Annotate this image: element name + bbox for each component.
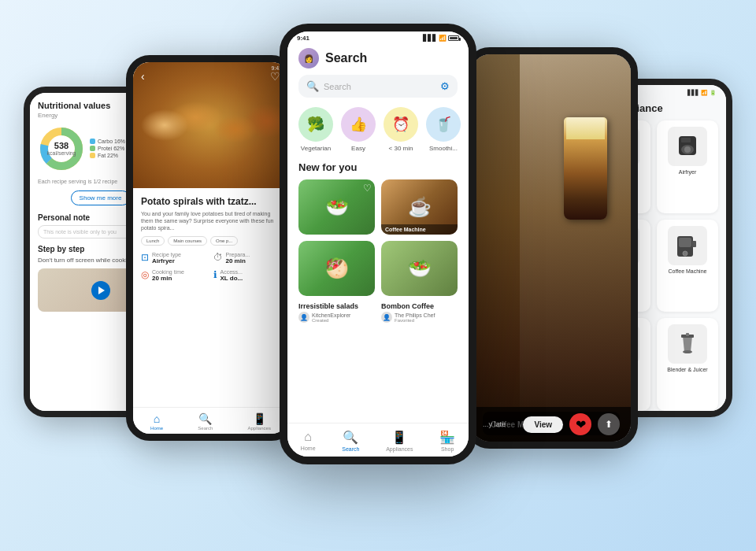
search-bar[interactable]: 🔍 Search ⚙ bbox=[298, 75, 458, 98]
nav-home[interactable]: ⌂Home bbox=[150, 412, 163, 431]
category-circle-veg: 🥦 bbox=[298, 107, 333, 142]
meta-access: ℹ Access... XL do... bbox=[213, 269, 281, 282]
bottom-nav-appliances[interactable]: 📱 Appliances bbox=[386, 430, 413, 452]
coffee-info: Bombon Coffee 👤 The Philips Chef Favorit… bbox=[381, 302, 458, 323]
svg-point-9 bbox=[684, 146, 691, 153]
salad-author-avatar: 👤 bbox=[298, 312, 309, 323]
recipe-info-row: Irresistible salads 👤 KitchenExplorer Cr… bbox=[298, 302, 458, 323]
svg-rect-17 bbox=[679, 238, 691, 247]
category-label-smoothie: Smoothi... bbox=[429, 145, 458, 152]
tag-main[interactable]: Main courses bbox=[168, 236, 207, 246]
search-input[interactable]: Search bbox=[324, 82, 435, 91]
svg-rect-10 bbox=[681, 138, 691, 142]
appliance-airfryer-img bbox=[668, 127, 707, 166]
category-label-easy: Easy bbox=[351, 145, 365, 152]
share-action-button[interactable]: ⬆ bbox=[598, 413, 620, 435]
coffee-author-action: Favorited bbox=[395, 318, 435, 323]
coffee-card-label: Coffee Machine bbox=[381, 224, 458, 235]
nav-search[interactable]: 🔍Search bbox=[198, 412, 213, 431]
phones-container: Nutritional values Energy 538 kcal/servi… bbox=[24, 8, 732, 543]
recipe-card-coffee[interactable]: ☕ Coffee Machine bbox=[381, 179, 458, 235]
coffee-title: Bombon Coffee bbox=[381, 302, 458, 310]
heart-action-button[interactable]: ❤ bbox=[569, 413, 591, 435]
status-icons: ▋▋▋ 📶 bbox=[423, 35, 459, 42]
appliance-blender[interactable]: Blender & Juicer bbox=[657, 318, 718, 411]
tag-one[interactable]: One p... bbox=[210, 236, 238, 246]
category-vegetarian[interactable]: 🥦 Vegetarian bbox=[298, 107, 333, 152]
recipe-hero-image: 9:41 ‹ ♡ bbox=[133, 62, 288, 188]
user-avatar[interactable]: 👩 bbox=[298, 48, 319, 68]
appliance-coffee-machine[interactable]: Coffee Machine bbox=[657, 220, 718, 312]
recipe-meta: ⊡ Recipe type Airfryer ⏱ Prepara... 20 m… bbox=[141, 252, 280, 282]
salad-heart-icon[interactable]: ♡ bbox=[363, 183, 372, 194]
category-easy[interactable]: 👍 Easy bbox=[341, 107, 376, 152]
category-30min[interactable]: ⏰ < 30 min bbox=[384, 107, 418, 152]
svg-point-26 bbox=[683, 350, 692, 353]
nav-home-label: Home bbox=[301, 446, 316, 451]
meta-cook-time: ◎ Cooking time 20 min bbox=[141, 269, 209, 282]
category-circle-easy: 👍 bbox=[341, 107, 376, 142]
recipe-tags: Lunch Main courses One p... bbox=[141, 236, 280, 246]
app-status-icons: ▋▋▋ 📶 🔋 bbox=[687, 90, 717, 96]
svg-point-18 bbox=[683, 251, 687, 256]
recipe-image-salad3: 🥗 bbox=[381, 241, 458, 296]
category-circle-smoothie: 🥤 bbox=[426, 107, 461, 142]
phone-coffee: Coffee Machine ...y late View ❤ ⬆ bbox=[465, 47, 638, 449]
back-button[interactable]: ‹ bbox=[141, 70, 145, 83]
appliance-blender-label: Blender & Juicer bbox=[667, 367, 707, 372]
play-button[interactable] bbox=[91, 281, 110, 300]
bottom-navigation: ⌂ Home 🔍 Search 📱 Appliances 🏪 Shop bbox=[287, 423, 469, 457]
recipe-bottom-nav: ⌂Home 🔍Search 📱Appliances bbox=[133, 407, 288, 434]
show-more-button[interactable]: Show me more bbox=[71, 190, 131, 205]
coffee-author-avatar: 👤 bbox=[381, 312, 392, 323]
recipe-title: Potato spirals with tzatz... bbox=[141, 196, 280, 207]
nav-appliances[interactable]: 📱Appliances bbox=[248, 412, 271, 431]
salad-author-name: KitchenExplorer bbox=[312, 312, 350, 318]
recipes-grid: 🥗 ♡ ☕ Coffee Machine 🥙 🥗 bbox=[287, 179, 469, 296]
coffee-content: Coffee Machine bbox=[472, 54, 631, 442]
category-label-veg: Vegetarian bbox=[301, 145, 331, 152]
appliance-blender-img bbox=[668, 324, 707, 364]
recipe-card-salad3[interactable]: 🥗 bbox=[381, 241, 458, 296]
status-time: 9:41 bbox=[297, 35, 309, 42]
recipe-description: You and your family love potatoes but ti… bbox=[141, 210, 280, 231]
categories-row: 🥦 Vegetarian 👍 Easy ⏰ < 30 min 🥤 Smoothi… bbox=[298, 107, 458, 152]
meta-recipe-type: ⊡ Recipe type Airfryer bbox=[141, 252, 209, 264]
search-icon: 🔍 bbox=[306, 80, 319, 92]
category-label-30min: < 30 min bbox=[389, 145, 413, 152]
appliance-airfryer-label: Airfryer bbox=[679, 169, 697, 175]
category-smoothie[interactable]: 🥤 Smoothi... bbox=[426, 107, 461, 152]
nav-appliances-label: Appliances bbox=[386, 446, 413, 452]
calorie-unit: kcal/serving bbox=[47, 150, 76, 157]
bottom-nav-search[interactable]: 🔍 Search bbox=[342, 430, 359, 452]
tag-lunch[interactable]: Lunch bbox=[141, 236, 165, 246]
search-header: 👩 Search bbox=[287, 43, 469, 75]
phone-search: 9:41 ▋▋▋ 📶 👩 Search 🔍 Search ⚙ bbox=[280, 24, 476, 464]
filter-icon[interactable]: ⚙ bbox=[440, 80, 450, 92]
appliance-coffee-machine-label: Coffee Machine bbox=[669, 268, 707, 274]
salad-title: Irresistible salads bbox=[298, 302, 375, 310]
recipe-image-salad2: 🥙 bbox=[298, 241, 375, 296]
coffee-bottom-bar: ...y late View ❤ ⬆ bbox=[472, 407, 631, 442]
coffee-author: 👤 The Philips Chef Favorited bbox=[381, 312, 458, 323]
coffee-too-late-text: ...y late bbox=[483, 420, 506, 428]
recipe-card-salad[interactable]: 🥗 ♡ bbox=[298, 179, 375, 235]
page-title: Search bbox=[325, 51, 367, 65]
appliance-coffee-img bbox=[668, 226, 707, 265]
search-bar-container: 🔍 Search ⚙ bbox=[287, 75, 469, 107]
bottom-nav-home[interactable]: ⌂ Home bbox=[301, 430, 316, 452]
salad-author-action: Created bbox=[312, 318, 350, 323]
view-button[interactable]: View bbox=[523, 416, 563, 433]
recipe-info-section: Irresistible salads 👤 KitchenExplorer Cr… bbox=[287, 296, 469, 416]
coffee-author-name: The Philips Chef bbox=[395, 312, 435, 318]
calorie-value: 538 bbox=[47, 141, 76, 150]
bottom-nav-shop[interactable]: 🏪 Shop bbox=[439, 430, 455, 452]
donut-chart: 538 kcal/serving bbox=[38, 125, 85, 172]
appliance-airfryer[interactable]: Airfryer bbox=[657, 120, 718, 213]
svg-rect-19 bbox=[692, 241, 696, 247]
meta-prep-time: ⏱ Prepara... 20 min bbox=[213, 252, 281, 264]
status-bar: 9:41 ▋▋▋ 📶 bbox=[287, 31, 469, 43]
recipe-card-salad2[interactable]: 🥙 bbox=[298, 241, 375, 296]
nutrition-legend: Carbo 16% Protei 62% Fat 22% bbox=[90, 139, 125, 160]
nav-shop-label: Shop bbox=[441, 446, 454, 452]
